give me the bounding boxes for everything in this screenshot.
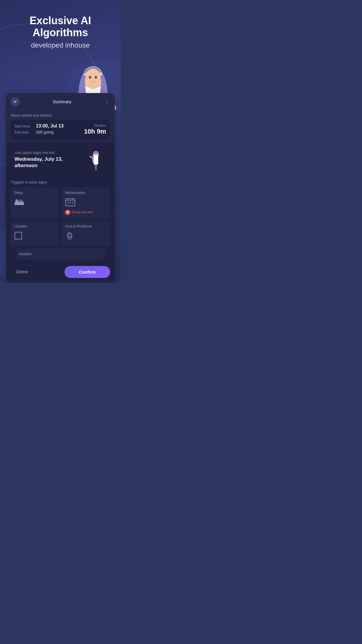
svg-rect-19 [15, 232, 22, 239]
end-label: End time: [15, 130, 34, 134]
time-box: Start time: 13:00, Jul 13 End time: Stil… [10, 120, 110, 139]
attack-section: Attack started and finished Start time: … [6, 111, 115, 143]
page-wrapper: Exclusive AI Algorithms developed inhous… [0, 0, 121, 283]
location-icon [14, 231, 56, 242]
svg-point-21 [68, 234, 69, 235]
trigger-card-location[interactable]: Location [10, 221, 59, 246]
end-time-row: End time: Still going [15, 130, 64, 134]
summary-title: Summary [53, 99, 71, 104]
svg-point-4 [95, 76, 97, 79]
end-value: Still going [36, 130, 54, 134]
sleep-icon [14, 198, 56, 209]
aura-icon [65, 231, 107, 243]
svg-point-16 [67, 202, 68, 204]
attack-label: Attack started and finished [10, 113, 110, 118]
time-left: Start time: 13:00, Jul 13 End time: Stil… [15, 123, 64, 136]
warning-badge: ✕ Wrong start date [65, 210, 107, 215]
trigger-card-menstruation[interactable]: Menstruation ✕ [61, 187, 110, 218]
svg-point-3 [89, 76, 91, 79]
trigger-card-aura[interactable]: Aura & Prodrome [61, 221, 110, 246]
prediction-big-text: Wednesday, July 13, afternoon [15, 156, 86, 169]
prediction-text: Your attack might end this Wednesday, Ju… [15, 151, 86, 169]
start-value: 13:00, Jul 13 [36, 123, 64, 129]
start-time-row: Start time: 13:00, Jul 13 [15, 123, 64, 129]
trigger-sleep-name: Sleep [14, 191, 56, 195]
start-label: Start time: [15, 124, 34, 128]
duration-label: Duration [84, 124, 106, 127]
menstruation-icon [65, 198, 107, 209]
duration-box: Duration 10h 9m [84, 124, 106, 135]
svg-point-11 [15, 199, 18, 202]
chevron-down-button[interactable] [10, 97, 20, 106]
trigger-aura-name: Aura & Prodrome [65, 224, 107, 228]
delete-button[interactable]: Delete [10, 267, 34, 277]
bottom-bar: Delete Confirm [6, 262, 115, 283]
confirm-button[interactable]: Confirm [64, 266, 110, 278]
triggers-title: Triggers & early signs [10, 180, 110, 184]
svg-point-18 [72, 202, 73, 204]
svg-point-22 [70, 234, 71, 235]
svg-point-2 [83, 66, 103, 88]
prediction-illustration [86, 150, 106, 170]
trigger-card-sleep[interactable]: Sleep [10, 187, 59, 218]
trigger-weather-name: Weather [19, 252, 102, 256]
warning-text: Wrong start date [71, 211, 93, 214]
trigger-card-weather[interactable]: Weather [15, 249, 106, 260]
phone-card: Summary ⋮ Attack started and finished St… [6, 93, 115, 283]
trigger-location-name: Location [14, 224, 56, 228]
prediction-small-text: Your attack might end this [15, 151, 86, 155]
warning-x-icon: ✕ [65, 210, 70, 215]
triggers-grid: Sleep Menstruation [10, 187, 110, 246]
more-options-button[interactable]: ⋮ [104, 99, 110, 105]
svg-point-17 [70, 202, 71, 204]
duration-value: 10h 9m [84, 128, 106, 135]
prediction-card: Your attack might end this Wednesday, Ju… [10, 146, 110, 174]
summary-header: Summary ⋮ [6, 93, 115, 111]
trigger-menstruation-name: Menstruation [65, 191, 107, 195]
triggers-section: Triggers & early signs Sleep [6, 177, 115, 260]
